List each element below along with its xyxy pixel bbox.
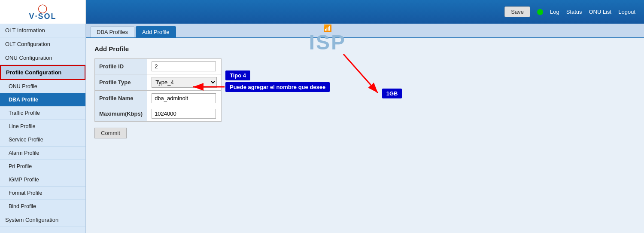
sidebar-item-format-profile[interactable]: Format Profile: [0, 187, 85, 200]
sidebar-item-olt-info[interactable]: OLT Information: [0, 24, 85, 37]
sidebar-item-olt-config[interactable]: OLT Configuration: [0, 37, 85, 51]
sidebar-item-line-profile[interactable]: Line Profile: [0, 120, 85, 133]
gb-arrow-svg: [335, 50, 386, 101]
sidebar-item-profile-config[interactable]: Profile Configuration: [0, 65, 85, 80]
1gb-label: 1GB: [382, 89, 402, 98]
sidebar-item-igmp-profile[interactable]: IGMP Profile: [0, 173, 85, 187]
logo-area: ◯ V·SOL: [0, 0, 86, 24]
logo-icon: ◯: [38, 4, 47, 12]
sidebar-item-service-profile[interactable]: Service Profile: [0, 133, 85, 147]
name-arrow-svg: [191, 80, 225, 93]
sidebar-item-dba-profile[interactable]: DBA Profile: [0, 93, 85, 107]
profile-id-label: Profile ID: [95, 59, 147, 74]
header-nav: Log Status ONU List Logout: [550, 9, 635, 15]
maximum-kbps-value-cell: [147, 106, 222, 122]
sidebar-item-onu-profile[interactable]: ONU Profile: [0, 80, 85, 93]
form-annotation-container: Profile ID Profile Type Type_1 Type_2 Ty…: [94, 58, 222, 138]
sidebar: OLT Information OLT Configuration ONU Co…: [0, 24, 86, 233]
vsol-logo: ◯ V·SOL: [29, 4, 56, 20]
svg-line-3: [343, 54, 378, 93]
sidebar-item-alarm-profile[interactable]: Alarm Profile: [0, 147, 85, 160]
tab-dba-profiles[interactable]: DBA Profiles: [90, 26, 134, 37]
sidebar-item-traffic-profile[interactable]: Traffic Profile: [0, 107, 85, 120]
1gb-annotation: 1GB: [382, 89, 402, 98]
logo-text: V·SOL: [29, 12, 56, 20]
profile-id-value-cell: [147, 59, 222, 74]
main-content: DBA Profiles Add Profile Add Profile Pro…: [86, 24, 644, 233]
sidebar-item-onu-config[interactable]: ONU Configuration: [0, 51, 85, 65]
profile-id-input[interactable]: [152, 61, 216, 71]
log-link[interactable]: Log: [550, 9, 559, 15]
isp-area: 📶 ISP 1GB: [309, 24, 346, 54]
tipo4-label: Tipo 4: [225, 71, 250, 80]
status-link[interactable]: Status: [566, 9, 582, 15]
name-annotation: Puede agregar el nombre que desee: [225, 82, 330, 92]
logout-link[interactable]: Logout: [618, 9, 635, 15]
maximum-kbps-label: Maximum(Kbps): [95, 106, 147, 122]
sidebar-item-system-config[interactable]: System Configuration: [0, 213, 85, 227]
tipo4-annotation: Tipo 4: [225, 71, 250, 80]
profile-name-input[interactable]: [152, 93, 216, 103]
sidebar-item-bind-profile[interactable]: Bind Profile: [0, 200, 85, 213]
profile-name-label: Profile Name: [95, 91, 147, 106]
maximum-kbps-input[interactable]: [152, 109, 216, 119]
sidebar-item-pri-profile[interactable]: Pri Profile: [0, 160, 85, 173]
status-dot: [537, 9, 543, 15]
profile-type-label: Profile Type: [95, 74, 147, 91]
name-annotation-label: Puede agregar el nombre que desee: [225, 82, 330, 92]
tab-add-profile[interactable]: Add Profile: [136, 26, 176, 37]
content-area: Add Profile Profile ID Profile Type: [86, 38, 644, 145]
save-button[interactable]: Save: [504, 6, 530, 17]
onu-list-link[interactable]: ONU List: [589, 9, 612, 15]
maximum-kbps-row: Maximum(Kbps): [95, 106, 222, 122]
tab-bar: DBA Profiles Add Profile: [86, 24, 644, 38]
commit-button[interactable]: Commit: [94, 128, 127, 138]
profile-id-row: Profile ID: [95, 59, 222, 74]
